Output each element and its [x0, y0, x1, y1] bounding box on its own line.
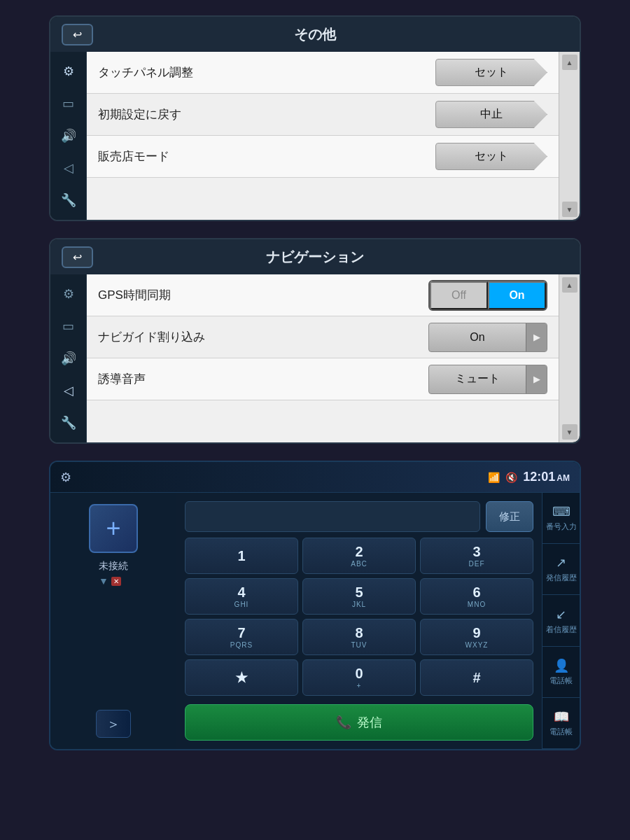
sidebar2-item-settings[interactable]: ⚙	[55, 280, 83, 308]
audio-icon: 🔊	[61, 128, 76, 144]
dialkey-hash-main: #	[472, 670, 480, 686]
display-icon: ▭	[62, 96, 74, 111]
panel-sono-ta: ↩ その他 ⚙ ▭ 🔊 ◁ 🔧 タッチパネル調整 セット	[49, 15, 581, 221]
status-bar: ▼ ✕	[99, 575, 128, 587]
settings-icon2: ⚙	[63, 286, 74, 302]
phone-header-right: 📶 🔇 12:01AM	[488, 470, 570, 484]
dealer-set-button[interactable]: セット	[435, 143, 547, 170]
panel2-back-button[interactable]: ↩	[62, 246, 93, 268]
sidebar2-item-nav[interactable]: ◁	[55, 377, 83, 405]
phone-body: + 未接続 ▼ ✕ ＞ 修正 1	[50, 493, 580, 749]
panel1-title: その他	[294, 25, 336, 44]
voice-value: ミュート	[429, 372, 526, 386]
panel2-title: ナビゲーション	[266, 248, 364, 267]
gps-on-button[interactable]: On	[488, 281, 546, 309]
dialkey-star[interactable]: ★	[185, 659, 298, 696]
panel1-back-button[interactable]: ↩	[62, 24, 93, 46]
dialkey-1-main: 1	[237, 548, 245, 564]
dialkey-1[interactable]: 1	[185, 538, 298, 574]
contacts-button[interactable]: 👤 電話帳	[542, 647, 580, 698]
dialkey-5-sub: JKL	[352, 601, 366, 608]
dialkey-0[interactable]: 0 +	[302, 659, 416, 696]
phone-input-button[interactable]: ⌨ 番号入力	[542, 493, 580, 544]
outgoing-icon: ↗	[556, 555, 566, 570]
panel2-content: GPS時間同期 Off On ナビガイド割り込み On ▶ 誘導音声 ミュート …	[87, 274, 559, 442]
phone-settings-icon[interactable]: ⚙	[60, 470, 71, 485]
contacts-label: 電話帳	[550, 676, 573, 686]
call-phone-icon: 📞	[336, 715, 351, 730]
navguide-select-button[interactable]: On ▶	[428, 323, 547, 352]
gps-off-button[interactable]: Off	[430, 281, 488, 309]
sidebar-item-display[interactable]: ▭	[55, 90, 83, 118]
sidebar-item-tools[interactable]: 🔧	[55, 186, 83, 214]
navguide-value: On	[429, 331, 526, 344]
sidebar2-item-display[interactable]: ▭	[55, 312, 83, 340]
incoming-label: 着信履歴	[546, 624, 577, 635]
dialkey-0-main: 0	[355, 666, 363, 682]
input-label: 番号入力	[546, 522, 577, 532]
incoming-history-button[interactable]: ↙ 着信履歴	[542, 595, 580, 646]
outgoing-history-button[interactable]: ↗ 発信履歴	[542, 544, 580, 595]
dialkey-5[interactable]: 5 JKL	[302, 578, 416, 615]
phonebook-button[interactable]: 📖 電話帳	[542, 698, 580, 749]
phone-number-input[interactable]	[185, 501, 480, 532]
scroll-up-button[interactable]: ▲	[562, 55, 578, 70]
panel-navigation: ↩ ナビゲーション ⚙ ▭ 🔊 ◁ 🔧 GPS時間同期 O	[49, 238, 581, 444]
dialkey-7-main: 7	[237, 625, 245, 641]
ampm-value: AM	[556, 473, 570, 483]
menu-row-touchpanel: タッチパネル調整 セット	[87, 52, 559, 94]
scroll-down-button[interactable]: ▼	[562, 202, 578, 217]
settings-icon: ⚙	[63, 64, 74, 79]
dialkey-8[interactable]: 8 TUV	[302, 619, 416, 655]
dialkey-7[interactable]: 7 PQRS	[185, 619, 298, 655]
nav-forward-button[interactable]: ＞	[96, 710, 131, 738]
dialkey-9[interactable]: 9 WXYZ	[420, 619, 533, 655]
panel2-sidebar: ⚙ ▭ 🔊 ◁ 🔧	[50, 274, 87, 442]
dialkey-7-sub: PQRS	[230, 641, 253, 649]
sidebar-item-settings[interactable]: ⚙	[55, 57, 83, 85]
dialkey-hash[interactable]: #	[420, 659, 533, 696]
phone-main-panel: 修正 1 2 ABC 3 DEF 4 GHI	[176, 493, 542, 749]
panel1-content: タッチパネル調整 セット 初期設定に戻す 中止 販売店モード セット	[87, 52, 559, 220]
panel2-scroll-up-button[interactable]: ▲	[562, 277, 578, 293]
call-button[interactable]: 📞 発信	[185, 704, 533, 741]
menu-row-dealer: 販売店モード セット	[87, 136, 559, 178]
dialpad: 1 2 ABC 3 DEF 4 GHI 5 JKL	[185, 538, 533, 696]
contacts-icon: 👤	[554, 658, 569, 673]
add-contact-button[interactable]: +	[89, 504, 138, 553]
dialkey-3[interactable]: 3 DEF	[420, 538, 533, 574]
bluetooth-icon: 📶	[488, 472, 500, 483]
voice-arrow-icon: ▶	[526, 365, 547, 393]
dialkey-0-sub: +	[357, 682, 362, 690]
phonebook-label: 電話帳	[550, 727, 573, 737]
sidebar-item-nav[interactable]: ◁	[55, 154, 83, 182]
dialkey-2[interactable]: 2 ABC	[302, 538, 416, 574]
signal-bar-icon: ▼	[99, 575, 108, 587]
dialkey-2-sub: ABC	[351, 560, 368, 568]
menu-row-reset: 初期設定に戻す 中止	[87, 94, 559, 136]
panel-phone: ⚙ 📶 🔇 12:01AM + 未接続 ▼ ✕ ＞	[49, 461, 581, 750]
sidebar2-item-audio[interactable]: 🔊	[55, 344, 83, 372]
dealer-label: 販売店モード	[98, 148, 435, 164]
touchpanel-set-button[interactable]: セット	[435, 59, 547, 86]
menu-row-voice: 誘導音声 ミュート ▶	[87, 358, 559, 400]
outgoing-label: 発信履歴	[546, 573, 577, 583]
sidebar2-item-tools[interactable]: 🔧	[55, 409, 83, 437]
display-icon2: ▭	[62, 318, 74, 334]
voice-select-button[interactable]: ミュート ▶	[428, 365, 547, 394]
reset-cancel-button[interactable]: 中止	[435, 101, 547, 128]
phone-header-left: ⚙	[60, 470, 71, 485]
nav-icon2: ◁	[64, 383, 74, 398]
reset-label: 初期設定に戻す	[98, 106, 435, 122]
phone-left-panel: + 未接続 ▼ ✕ ＞	[50, 493, 176, 749]
incoming-icon: ↙	[556, 607, 566, 622]
call-label: 発信	[357, 714, 382, 731]
dialkey-6[interactable]: 6 MNO	[420, 578, 533, 615]
panel2-scroll-down-button[interactable]: ▼	[562, 424, 578, 440]
dialkey-3-main: 3	[472, 544, 480, 560]
dialkey-4[interactable]: 4 GHI	[185, 578, 298, 615]
sidebar-item-audio[interactable]: 🔊	[55, 122, 83, 150]
panel1-body: ⚙ ▭ 🔊 ◁ 🔧 タッチパネル調整 セット 初期設定に戻す 中止	[50, 52, 580, 220]
dialkey-9-main: 9	[472, 625, 480, 641]
modify-button[interactable]: 修正	[486, 501, 533, 532]
